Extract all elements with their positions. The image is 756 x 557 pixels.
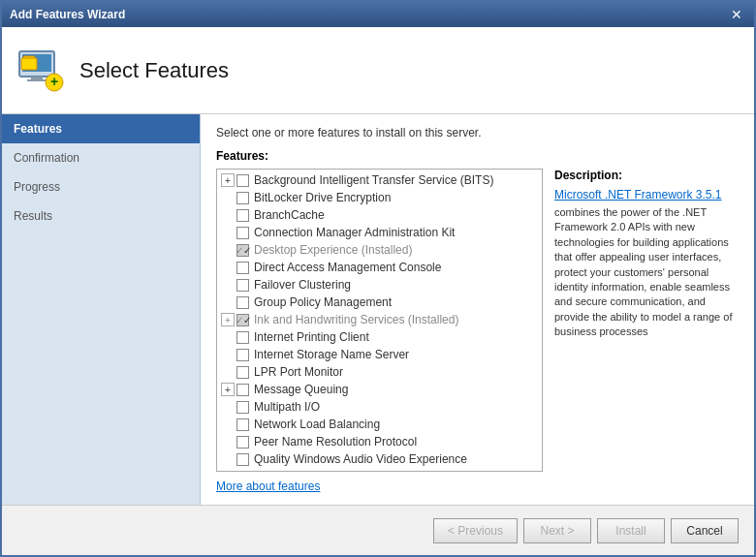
footer: < Previous Next > Install Cancel: [2, 505, 754, 555]
feature-label: Failover Clustering: [254, 278, 351, 292]
feature-label: Desktop Experience (Installed): [254, 243, 412, 257]
feature-item[interactable]: Internet Printing Client: [217, 328, 542, 346]
feature-label: Peer Name Resolution Protocol: [254, 435, 417, 449]
feature-label: Background Intelligent Transfer Service …: [254, 173, 493, 187]
description-text: combines the power of the .NET Framework…: [554, 205, 739, 340]
instruction-text: Select one or more features to install o…: [216, 126, 739, 139]
sidebar-item-features[interactable]: Features: [2, 114, 200, 143]
next-button[interactable]: Next >: [523, 518, 591, 543]
features-list: +Background Intelligent Transfer Service…: [217, 170, 542, 472]
feature-checkbox[interactable]: [236, 366, 249, 379]
feature-label: Ink and Handwriting Services (Installed): [254, 313, 458, 326]
svg-rect-2: [31, 77, 43, 79]
feature-checkbox[interactable]: [236, 471, 249, 473]
expand-button[interactable]: +: [221, 383, 235, 396]
feature-item[interactable]: +Background Intelligent Transfer Service…: [217, 171, 542, 189]
feature-item[interactable]: +✓Ink and Handwriting Services (Installe…: [217, 311, 542, 328]
feature-label: Remote Assistance: [254, 470, 354, 472]
more-about-features-link[interactable]: More about features: [216, 480, 739, 493]
feature-checkbox[interactable]: ✓: [236, 314, 249, 326]
expand-button[interactable]: +: [221, 173, 235, 187]
feature-checkbox[interactable]: [236, 227, 249, 239]
feature-label: Quality Windows Audio Video Experience: [254, 452, 467, 466]
feature-item[interactable]: BranchCache: [217, 206, 542, 224]
feature-checkbox[interactable]: [236, 349, 249, 361]
header-section: + Select Features: [2, 27, 754, 114]
svg-text:+: +: [50, 74, 58, 89]
feature-item[interactable]: +Message Queuing: [217, 381, 542, 398]
wizard-icon: +: [17, 47, 64, 94]
wizard-window: Add Features Wizard ✕ + Select Features: [0, 0, 756, 557]
expand-button[interactable]: +: [221, 313, 235, 326]
feature-item[interactable]: BitLocker Drive Encryption: [217, 189, 542, 206]
description-title: Description:: [554, 169, 739, 182]
feature-label: Direct Access Management Console: [254, 261, 441, 274]
feature-item[interactable]: ✓Desktop Experience (Installed): [217, 241, 542, 259]
page-title: Select Features: [79, 58, 229, 83]
feature-label: Internet Storage Name Server: [254, 348, 409, 361]
feature-label: Internet Printing Client: [254, 330, 369, 344]
feature-label: Multipath I/O: [254, 400, 320, 414]
feature-label: BranchCache: [254, 208, 325, 222]
feature-label: Connection Manager Administration Kit: [254, 226, 455, 239]
feature-item[interactable]: Internet Storage Name Server: [217, 346, 542, 363]
feature-label: BitLocker Drive Encryption: [254, 191, 391, 204]
feature-item[interactable]: Remote Assistance: [217, 468, 542, 472]
features-label: Features:: [216, 149, 739, 163]
feature-label: Message Queuing: [254, 383, 348, 396]
feature-checkbox[interactable]: [236, 384, 249, 396]
feature-item[interactable]: Connection Manager Administration Kit: [217, 224, 542, 241]
features-and-description: +Background Intelligent Transfer Service…: [216, 169, 739, 472]
feature-checkbox[interactable]: [236, 401, 249, 414]
feature-checkbox[interactable]: [236, 453, 249, 466]
svg-rect-3: [27, 79, 47, 81]
main-content: Select one or more features to install o…: [201, 114, 754, 505]
feature-item[interactable]: Peer Name Resolution Protocol: [217, 433, 542, 450]
sidebar: FeaturesConfirmationProgressResults: [2, 114, 201, 505]
title-bar: Add Features Wizard ✕: [2, 2, 754, 27]
feature-checkbox[interactable]: [236, 436, 249, 449]
feature-checkbox[interactable]: [236, 262, 249, 274]
feature-checkbox[interactable]: ✓: [236, 244, 249, 257]
content-area: FeaturesConfirmationProgressResults Sele…: [2, 114, 754, 505]
cancel-button[interactable]: Cancel: [671, 518, 739, 543]
close-button[interactable]: ✕: [727, 7, 746, 22]
feature-checkbox[interactable]: [236, 209, 249, 222]
feature-item[interactable]: Group Policy Management: [217, 294, 542, 311]
description-link[interactable]: Microsoft .NET Framework 3.5.1: [554, 188, 722, 201]
sidebar-item-progress[interactable]: Progress: [2, 172, 200, 201]
feature-label: Group Policy Management: [254, 295, 392, 309]
feature-checkbox[interactable]: [236, 418, 249, 431]
feature-item[interactable]: Failover Clustering: [217, 276, 542, 294]
previous-button[interactable]: < Previous: [433, 518, 518, 543]
feature-checkbox[interactable]: [236, 192, 249, 204]
feature-checkbox[interactable]: [236, 331, 249, 344]
window-title: Add Features Wizard: [10, 8, 125, 21]
feature-item[interactable]: Network Load Balancing: [217, 416, 542, 433]
features-list-container[interactable]: +Background Intelligent Transfer Service…: [216, 169, 543, 472]
feature-checkbox[interactable]: [236, 279, 249, 292]
install-button[interactable]: Install: [597, 518, 665, 543]
feature-label: Network Load Balancing: [254, 418, 380, 431]
feature-item[interactable]: Quality Windows Audio Video Experience: [217, 450, 542, 468]
sidebar-item-results[interactable]: Results: [2, 201, 200, 231]
wizard-icon-svg: +: [17, 47, 64, 94]
svg-rect-7: [21, 58, 37, 70]
feature-item[interactable]: LPR Port Monitor: [217, 363, 542, 381]
feature-item[interactable]: Multipath I/O: [217, 398, 542, 416]
feature-checkbox[interactable]: [236, 174, 249, 187]
feature-checkbox[interactable]: [236, 296, 249, 309]
sidebar-item-confirmation[interactable]: Confirmation: [2, 143, 200, 172]
description-panel: Description: Microsoft .NET Framework 3.…: [554, 169, 739, 472]
feature-item[interactable]: Direct Access Management Console: [217, 259, 542, 276]
feature-label: LPR Port Monitor: [254, 365, 343, 379]
